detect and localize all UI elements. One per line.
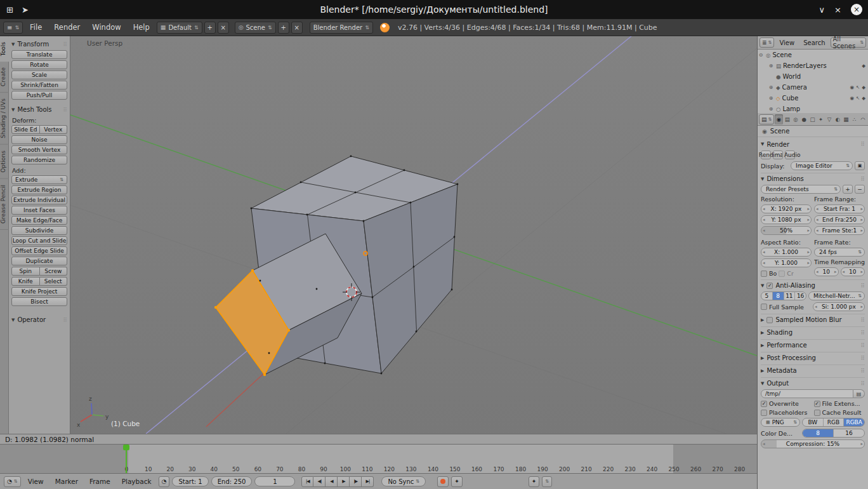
tab-modifiers[interactable]: ✦ — [817, 114, 825, 124]
play-reverse-button[interactable]: ◀ — [326, 476, 338, 487]
color-mode-rgba[interactable]: RGBA — [844, 419, 864, 426]
tool-button[interactable]: Duplicate — [11, 257, 67, 265]
extrude-menu[interactable]: Extrude ⇅ — [11, 175, 67, 184]
post-processing-panel-header[interactable]: Post Processing ⠿ — [761, 352, 865, 362]
tool-button-screw[interactable]: Screw — [40, 267, 68, 276]
sampled-motion-blur-checkbox[interactable] — [766, 317, 773, 323]
tab-physics[interactable]: ◠ — [859, 114, 867, 124]
aa-samples-5[interactable]: 5 — [761, 292, 773, 300]
aa-samples-8[interactable]: 8 — [773, 292, 784, 300]
output-panel-header[interactable]: Output ⠿ — [761, 377, 865, 387]
output-path-field[interactable]: /tmp/ — [761, 389, 853, 398]
tool-button[interactable]: Loop Cut and Slide — [11, 236, 67, 245]
transform-panel-header[interactable]: Transform ⠿ — [11, 39, 67, 49]
display-mode-dropdown[interactable]: Image Editor — [791, 161, 853, 170]
toolshelf-tab[interactable]: Create — [0, 62, 9, 93]
overwrite-checkbox[interactable] — [761, 401, 767, 407]
timeline-menu-playback[interactable]: Playback — [117, 478, 156, 485]
scene-selector[interactable]: ◎ Scene ⇅ — [235, 22, 276, 34]
screen-layout-selector[interactable]: ▦ Default ⇅ — [157, 22, 202, 34]
render-engine-selector[interactable]: Blender Render ⇅ — [310, 22, 373, 34]
dimensions-panel-header[interactable]: Dimensions ⠿ — [761, 173, 865, 183]
color-depth-16[interactable]: 16 — [834, 429, 864, 437]
layout-close-button[interactable]: × — [218, 22, 229, 34]
sync-mode-dropdown[interactable]: No Sync ⇅ — [381, 476, 426, 486]
start-frame-field[interactable]: Start: 1 — [172, 476, 208, 486]
toolshelf-tab[interactable]: Grease Pencil — [0, 179, 9, 230]
panel-grip-icon[interactable]: ⠿ — [63, 107, 67, 113]
outliner-row-camera[interactable]: ⊕ ◆ Camera ◉ ↖ ◆ — [758, 82, 868, 93]
window-shade-icon[interactable]: ∨ — [819, 5, 825, 15]
aspect-y-field[interactable]: Y: 1.000 — [761, 258, 812, 267]
tool-button[interactable]: Knife Project — [11, 287, 67, 296]
tool-button[interactable]: Rotate — [11, 60, 67, 69]
panel-grip-icon[interactable]: ⠿ — [860, 283, 865, 289]
delete-keyframe-button[interactable]: ⇅ — [542, 476, 552, 487]
outliner-menu-search[interactable]: Search — [799, 39, 829, 46]
tool-button[interactable]: Smooth Vertex — [11, 145, 67, 154]
render-presets-dropdown[interactable]: Render Presets — [761, 185, 841, 194]
window-maximize-icon[interactable]: × — [834, 5, 841, 15]
resolution-percentage-slider[interactable]: 50% — [761, 226, 812, 235]
keying-set-button[interactable]: ✦ — [451, 476, 463, 487]
tool-button[interactable]: Offset Edge Slide — [11, 246, 67, 255]
tool-button[interactable]: Shrink/Fatten — [11, 81, 67, 90]
timeline-menu-frame[interactable]: Frame — [85, 478, 115, 485]
tool-button[interactable]: Inset Faces — [11, 206, 67, 215]
sampled-motion-blur-panel-header[interactable]: Sampled Motion Blur ⠿ — [761, 314, 865, 324]
metadata-panel-header[interactable]: Metadata ⠿ — [761, 365, 865, 375]
color-mode-bw[interactable]: BW — [803, 419, 824, 426]
panel-grip-icon[interactable]: ⠿ — [63, 317, 67, 323]
menu-window[interactable]: Window — [87, 23, 126, 32]
tool-button[interactable]: Bisect — [11, 297, 67, 306]
remap-new-field[interactable]: 10 — [841, 267, 865, 276]
next-keyframe-button[interactable]: |▶ — [350, 476, 362, 487]
toolshelf-tab[interactable]: Shading / UVs — [0, 93, 9, 145]
current-frame-field[interactable]: 1 — [254, 476, 295, 486]
outliner-row-renderlayers[interactable]: ⊕ ▤ RenderLayers ◆ — [758, 60, 868, 71]
performance-panel-header[interactable]: Performance ⠿ — [761, 339, 865, 349]
viewport-canvas[interactable]: x y z — [70, 36, 757, 434]
tool-button[interactable]: Translate — [11, 50, 67, 59]
crop-checkbox[interactable] — [779, 271, 785, 277]
tool-button-knife[interactable]: Knife — [11, 277, 40, 286]
panel-grip-icon[interactable]: ⠿ — [860, 380, 865, 387]
menu-help[interactable]: Help — [128, 23, 155, 32]
outliner-menu-view[interactable]: View — [775, 39, 798, 46]
border-checkbox[interactable] — [761, 271, 767, 277]
jump-to-end-button[interactable]: ▶| — [362, 476, 374, 487]
toolshelf-tab[interactable]: Tools — [0, 36, 9, 62]
jump-to-start-button[interactable]: |◀ — [301, 476, 313, 487]
render-toggle-icon[interactable]: ◆ — [862, 95, 865, 101]
aa-samples-16[interactable]: 16 — [795, 292, 806, 300]
toolshelf-tab[interactable]: Options — [0, 145, 9, 179]
tab-world[interactable]: ● — [800, 114, 808, 124]
tab-texture[interactable]: ▦ — [842, 114, 850, 124]
panel-grip-icon[interactable]: ⠿ — [63, 41, 67, 48]
menu-render[interactable]: Render — [49, 23, 85, 32]
aa-size-field[interactable]: Si: 1.000 px — [813, 302, 865, 311]
compression-slider[interactable]: Compression: 15% — [761, 439, 865, 448]
panel-grip-icon[interactable]: ⠿ — [860, 141, 865, 147]
tool-button[interactable]: Extrude Individual — [11, 196, 67, 204]
tool-button-spin[interactable]: Spin — [11, 267, 40, 276]
collapse-icon[interactable]: ⊖ — [758, 52, 764, 58]
selectability-toggle-icon[interactable]: ↖ — [856, 84, 860, 90]
tool-button-select[interactable]: Select — [40, 277, 68, 286]
previous-keyframe-button[interactable]: ◀| — [313, 476, 326, 487]
window-close-icon[interactable]: × — [851, 4, 862, 15]
tab-scene[interactable]: ◎ — [792, 114, 799, 124]
tool-button[interactable]: Make Edge/Face — [11, 216, 67, 225]
layout-add-button[interactable]: + — [204, 22, 216, 34]
editor-type-button[interactable]: ≡ ⇅ — [3, 22, 23, 34]
mesh-tools-panel-header[interactable]: Mesh Tools ⠿ — [11, 105, 67, 114]
expand-icon[interactable]: ⊕ — [768, 63, 774, 69]
color-mode-rgb[interactable]: RGB — [824, 419, 845, 426]
playhead-handle[interactable] — [123, 445, 129, 450]
shading-panel-header[interactable]: Shading ⠿ — [761, 326, 865, 337]
editor-type-button[interactable]: ≣ ⇅ — [760, 37, 774, 48]
timeline-menu-view[interactable]: View — [23, 478, 48, 485]
remove-preset-button[interactable]: − — [855, 185, 865, 194]
visibility-toggle-icon[interactable]: ◉ — [850, 84, 854, 90]
expand-icon[interactable]: ⊕ — [768, 95, 774, 101]
